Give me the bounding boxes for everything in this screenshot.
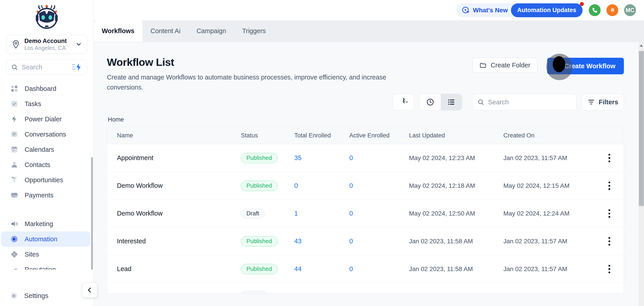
avatar-initials: MC [626, 7, 634, 14]
calendars-icon [10, 146, 18, 154]
notifications-button[interactable] [606, 4, 618, 16]
last-updated: Jan 02 2023, 11:58 AM [409, 238, 503, 245]
table-row[interactable]: Appointment Published 35 0 May 02 2024, … [107, 144, 624, 172]
robot-logo-icon [33, 4, 60, 31]
status-badge-partial [241, 291, 268, 294]
page-content: Workflow List Create and manage Workflow… [94, 42, 644, 306]
list-toolbar: Filters [94, 94, 644, 110]
whats-new-group[interactable]: What's New Automation Updates [456, 3, 583, 17]
sidebar-item-reputation[interactable]: Reputation [0, 262, 94, 269]
sidebar-item-marketing[interactable]: Marketing [0, 216, 94, 231]
row-menu-button[interactable] [604, 262, 614, 276]
tab-content-ai[interactable]: Content Ai [142, 20, 188, 42]
tab-workflows[interactable]: Workflows [94, 20, 142, 42]
opportunities-icon [10, 176, 18, 184]
sidebar-item-sites[interactable]: Sites [0, 247, 94, 262]
sidebar-item-contacts[interactable]: Contacts [0, 157, 94, 172]
quick-actions-bolt-icon[interactable] [72, 63, 82, 72]
view-toggle-recent[interactable] [420, 94, 441, 110]
sites-icon [10, 250, 18, 258]
page-scrollbar [639, 42, 644, 306]
history-clock-icon [399, 98, 408, 106]
view-toggle [420, 94, 462, 110]
sidebar-item-opportunities[interactable]: Opportunities [0, 172, 94, 188]
table-row[interactable]: Interested Published 43 0 Jan 02 2023, 1… [107, 227, 624, 255]
sidebar: Demo Account Los Angeles, CA Dashboard [0, 0, 94, 306]
search-icon [477, 99, 484, 106]
payments-icon [10, 191, 18, 199]
sidebar-item-payments[interactable]: Payments [0, 188, 94, 203]
cursor-overlay [553, 56, 565, 72]
clock-icon [426, 98, 434, 106]
active-enrolled-link[interactable]: 0 [349, 265, 353, 273]
chevron-down-icon [75, 41, 82, 48]
sidebar-item-conversations[interactable]: Conversations [0, 127, 94, 142]
account-switcher[interactable]: Demo Account Los Angeles, CA [6, 35, 87, 54]
view-toggle-list[interactable] [441, 94, 462, 110]
breadcrumb-home[interactable]: Home [108, 116, 124, 123]
sidebar-item-dashboard[interactable]: Dashboard [0, 81, 94, 96]
sidebar-item-label: Contacts [24, 161, 50, 169]
table-row-partial [107, 283, 624, 293]
active-enrolled-link[interactable]: 0 [349, 182, 353, 189]
status-badge: Published [241, 153, 278, 163]
sidebar-item-settings[interactable]: Settings [0, 291, 94, 300]
automation-icon [10, 235, 18, 243]
total-enrolled-link[interactable]: 44 [294, 265, 302, 273]
history-button[interactable] [393, 94, 414, 110]
tab-triggers[interactable]: Triggers [234, 20, 274, 42]
list-icon [447, 98, 456, 106]
phone-button[interactable] [589, 4, 600, 16]
row-menu-button[interactable] [604, 151, 614, 165]
workflow-name[interactable]: Appointment [107, 154, 241, 162]
filters-button[interactable]: Filters [582, 94, 624, 110]
automation-updates-badge[interactable]: Automation Updates [511, 3, 582, 17]
contacts-icon [10, 161, 18, 169]
tab-campaign[interactable]: Campaign [188, 20, 234, 42]
column-header-total-enrolled: Total Enrolled [294, 132, 349, 139]
last-updated: May 02 2024, 12:23 AM [409, 154, 503, 162]
scrollbar-up-arrow[interactable] [640, 44, 643, 47]
scrollbar-thumb[interactable] [639, 51, 644, 206]
table-row[interactable]: Demo Workflow Published 0 0 May 02 2024,… [107, 172, 624, 200]
workflow-name[interactable]: Interested [107, 237, 241, 245]
active-enrolled-link[interactable]: 0 [349, 237, 353, 245]
bell-icon [609, 7, 616, 14]
total-enrolled-link[interactable]: 1 [294, 210, 298, 217]
total-enrolled-link[interactable]: 43 [294, 237, 302, 245]
last-updated: May 02 2024, 12:50 AM [409, 210, 503, 217]
sidebar-scrollbar-thumb[interactable] [91, 157, 93, 269]
sidebar-collapse-button[interactable] [82, 283, 97, 297]
user-avatar[interactable]: MC [624, 4, 636, 16]
table-row[interactable]: Demo Workflow Draft 1 0 May 02 2024, 12:… [107, 200, 624, 227]
tabbar: Workflows Content Ai Campaign Triggers [94, 20, 644, 42]
workflow-name[interactable]: Demo Workflow [107, 210, 241, 217]
sidebar-item-automation[interactable]: Automation [1, 231, 90, 247]
sidebar-item-tasks[interactable]: Tasks [0, 96, 94, 112]
page-title: Workflow List [107, 56, 419, 68]
sidebar-item-label: Automation [24, 235, 58, 243]
row-menu-button[interactable] [604, 235, 614, 248]
create-folder-button[interactable]: Create Folder [472, 58, 537, 73]
active-enrolled-link[interactable]: 0 [349, 154, 353, 162]
search-icon [11, 64, 18, 71]
conversations-icon [10, 130, 18, 138]
total-enrolled-link[interactable]: 35 [294, 154, 302, 162]
created-on: Jan 02 2023, 11:57 AM [503, 154, 604, 162]
column-header-last-updated: Last Updated [409, 132, 503, 139]
workflow-search-input[interactable] [472, 94, 576, 110]
marketing-icon [10, 220, 18, 228]
workflow-name[interactable]: Demo Workflow [107, 182, 241, 189]
status-badge: Published [241, 264, 278, 274]
status-badge: Draft [241, 208, 264, 219]
column-header-active-enrolled: Active Enrolled [349, 132, 409, 139]
workflow-name[interactable]: Lead [107, 265, 241, 273]
sidebar-search-input[interactable] [22, 64, 72, 71]
table-row[interactable]: Lead Published 44 0 Jan 02 2023, 11:58 A… [107, 255, 624, 283]
total-enrolled-link[interactable]: 0 [294, 182, 298, 189]
row-menu-button[interactable] [604, 179, 614, 192]
row-menu-button[interactable] [604, 207, 614, 220]
sidebar-item-calendars[interactable]: Calendars [0, 142, 94, 157]
active-enrolled-link[interactable]: 0 [349, 210, 353, 217]
sidebar-item-power-dialer[interactable]: Power Dialer [0, 112, 94, 127]
